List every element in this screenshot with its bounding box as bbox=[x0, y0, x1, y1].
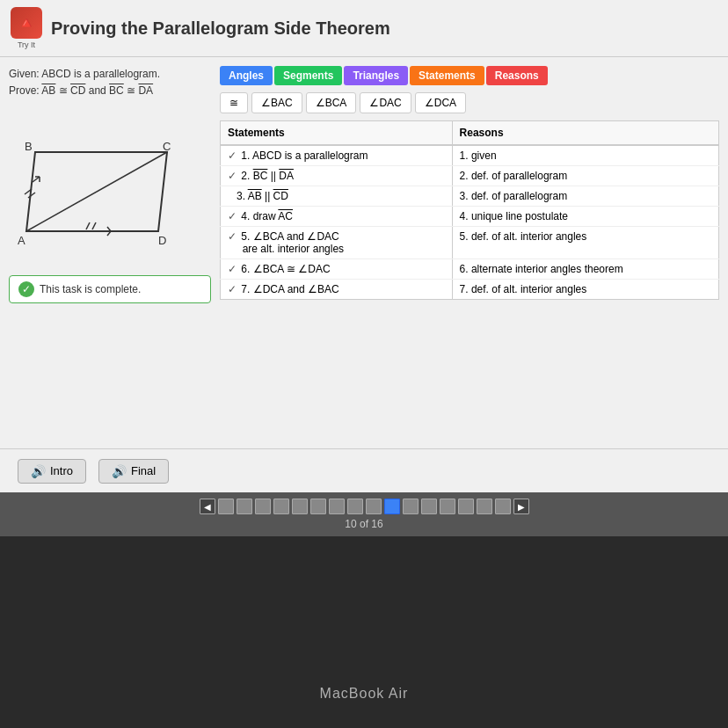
reasons-header: Reasons bbox=[452, 121, 718, 146]
table-row: ✓ 5. ∠BCA and ∠DAC are alt. interior ang… bbox=[221, 227, 719, 259]
svg-text:B: B bbox=[25, 140, 33, 153]
statement-1: ✓ 1. ABCD is a parallelogram bbox=[221, 145, 453, 166]
pagination-bar: ◀ ▶ 10 of 16 bbox=[0, 492, 728, 536]
statement-4: ✓ 4. draw AC bbox=[221, 207, 453, 227]
try-it-label: Try It bbox=[11, 40, 42, 49]
table-row: ✓ 1. ABCD is a parallelogram 1. given bbox=[221, 145, 719, 166]
tab-statements[interactable]: Statements bbox=[410, 66, 484, 85]
proof-table: Statements Reasons ✓ 1. ABCD is a parall… bbox=[220, 120, 719, 300]
page-sq-16[interactable] bbox=[495, 499, 511, 514]
table-row: ✓ 7. ∠DCA and ∠BAC 7. def. of alt. inter… bbox=[221, 280, 719, 300]
statement-7: ✓ 7. ∠DCA and ∠BAC bbox=[221, 280, 453, 300]
app-icon-wrapper: 🔺 Try It bbox=[11, 7, 42, 49]
task-complete-label: This task is complete. bbox=[40, 283, 141, 295]
app-icon: 🔺 bbox=[11, 7, 42, 39]
statements-header: Statements bbox=[221, 121, 453, 146]
page-sq-12[interactable] bbox=[421, 499, 437, 514]
tab-angles[interactable]: Angles bbox=[220, 66, 273, 85]
page-sq-2[interactable] bbox=[237, 499, 252, 514]
page-sq-8[interactable] bbox=[347, 499, 363, 514]
statement-3: 3. AB || CD bbox=[221, 186, 453, 207]
statement-5: ✓ 5. ∠BCA and ∠DAC are alt. interior ang… bbox=[221, 227, 453, 259]
table-row: ✓ 4. draw AC 4. unique line postulate bbox=[221, 207, 719, 227]
svg-line-8 bbox=[92, 222, 96, 229]
parallelogram-svg: A D C B bbox=[9, 117, 193, 258]
page-sq-7[interactable] bbox=[329, 499, 345, 514]
page-sq-9[interactable] bbox=[366, 499, 382, 514]
given-text: Given: ABCD is a parallelogram. Prove: A… bbox=[9, 66, 211, 99]
page-sq-10[interactable] bbox=[384, 499, 400, 514]
prev-page-button[interactable]: ◀ bbox=[200, 499, 215, 514]
page-sq-4[interactable] bbox=[273, 499, 289, 514]
table-row: ✓ 6. ∠BCA ≅ ∠DAC 6. alternate interior a… bbox=[221, 259, 719, 280]
page-sq-1[interactable] bbox=[218, 499, 234, 514]
final-button[interactable]: 🔊 Final bbox=[98, 459, 169, 484]
page-sq-11[interactable] bbox=[403, 499, 419, 514]
bottom-nav: 🔊 Intro 🔊 Final bbox=[0, 448, 728, 492]
macbook-label: MacBook Air bbox=[320, 686, 409, 702]
given-line2: Prove: AB ≅ CD and BC ≅ DA bbox=[9, 83, 211, 99]
tab-segments[interactable]: Segments bbox=[274, 66, 342, 85]
intro-speaker-icon: 🔊 bbox=[31, 464, 46, 478]
angle-chip-bca[interactable]: ∠BCA bbox=[306, 92, 357, 113]
final-speaker-icon: 🔊 bbox=[112, 464, 127, 478]
angle-chip-bac[interactable]: ∠BAC bbox=[251, 92, 302, 113]
reason-3: 3. def. of parallelogram bbox=[452, 186, 718, 207]
table-row: ✓ 2. BC || DA 2. def. of parallelogram bbox=[221, 166, 719, 186]
table-row: 3. AB || CD 3. def. of parallelogram bbox=[221, 186, 719, 207]
svg-line-1 bbox=[26, 152, 167, 231]
statement-6: ✓ 6. ∠BCA ≅ ∠DAC bbox=[221, 259, 453, 280]
statement-2: ✓ 2. BC || DA bbox=[221, 166, 453, 186]
svg-text:C: C bbox=[163, 140, 171, 153]
reason-1: 1. given bbox=[452, 145, 718, 166]
task-complete-banner: ✓ This task is complete. bbox=[9, 275, 211, 303]
right-panel: Angles Segments Triangles Statements Rea… bbox=[220, 66, 719, 440]
content-area: Given: ABCD is a parallelogram. Prove: A… bbox=[0, 57, 728, 448]
svg-line-3 bbox=[28, 193, 35, 198]
reason-6: 6. alternate interior angles theorem bbox=[452, 259, 718, 280]
angle-chip-dca[interactable]: ∠DCA bbox=[415, 92, 466, 113]
page-sq-6[interactable] bbox=[310, 499, 326, 514]
reason-4: 4. unique line postulate bbox=[452, 207, 718, 227]
reason-2: 2. def. of parallelogram bbox=[452, 166, 718, 186]
reason-7: 7. def. of alt. interior angles bbox=[452, 280, 718, 300]
tab-reasons[interactable]: Reasons bbox=[486, 66, 548, 85]
intro-button[interactable]: 🔊 Intro bbox=[18, 459, 86, 484]
final-label: Final bbox=[131, 464, 156, 477]
intro-label: Intro bbox=[50, 464, 73, 477]
title-bar: 🔺 Try It Proving the Parallelogram Side … bbox=[0, 0, 728, 57]
svg-text:D: D bbox=[158, 234, 166, 247]
angle-options: ≅ ∠BAC ∠BCA ∠DAC ∠DCA bbox=[220, 92, 719, 113]
page-title: Proving the Parallelogram Side Theorem bbox=[51, 18, 390, 39]
given-line1: Given: ABCD is a parallelogram. bbox=[9, 66, 211, 83]
page-sq-3[interactable] bbox=[255, 499, 271, 514]
page-squares: ◀ ▶ bbox=[200, 499, 529, 514]
check-circle-icon: ✓ bbox=[18, 281, 34, 297]
angle-chip-congruent[interactable]: ≅ bbox=[220, 92, 248, 113]
next-page-button[interactable]: ▶ bbox=[513, 499, 529, 514]
left-panel: Given: ABCD is a parallelogram. Prove: A… bbox=[9, 66, 211, 440]
tabs-row: Angles Segments Triangles Statements Rea… bbox=[220, 66, 719, 85]
page-sq-14[interactable] bbox=[458, 499, 474, 514]
svg-text:A: A bbox=[18, 234, 25, 247]
svg-line-4 bbox=[33, 177, 40, 182]
tab-triangles[interactable]: Triangles bbox=[344, 66, 408, 85]
page-sq-5[interactable] bbox=[292, 499, 308, 514]
reason-5: 5. def. of alt. interior angles bbox=[452, 227, 718, 259]
geometry-figure: A D C B bbox=[9, 117, 193, 258]
main-app: 🔺 Try It Proving the Parallelogram Side … bbox=[0, 0, 728, 492]
angle-chip-dac[interactable]: ∠DAC bbox=[360, 92, 411, 113]
macbook-area: MacBook Air bbox=[0, 536, 728, 728]
page-label: 10 of 16 bbox=[345, 518, 382, 530]
page-sq-15[interactable] bbox=[477, 499, 492, 514]
page-sq-13[interactable] bbox=[440, 499, 455, 514]
svg-line-7 bbox=[86, 222, 90, 229]
